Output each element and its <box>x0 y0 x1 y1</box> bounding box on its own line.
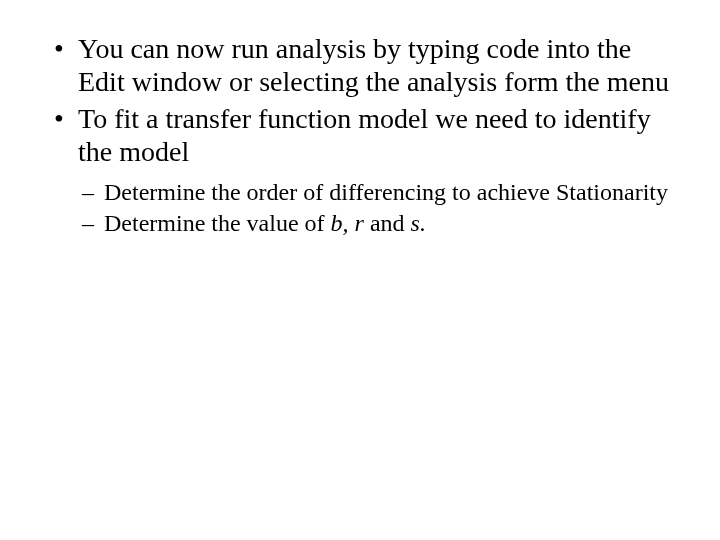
list-item: You can now run analysis by typing code … <box>78 32 670 98</box>
variable: s. <box>411 210 426 236</box>
slide-body: You can now run analysis by typing code … <box>0 0 720 238</box>
bullet-text-part: and <box>364 210 411 236</box>
bullet-text: Determine the order of differencing to a… <box>104 179 668 205</box>
bullet-list-level2: Determine the order of differencing to a… <box>78 178 670 238</box>
list-item: Determine the order of differencing to a… <box>104 178 670 207</box>
list-item: To fit a transfer function model we need… <box>78 102 670 238</box>
bullet-list-level1: You can now run analysis by typing code … <box>50 32 670 238</box>
variable: b, r <box>331 210 364 236</box>
bullet-text-part: Determine the value of <box>104 210 331 236</box>
list-item: Determine the value of b, r and s. <box>104 209 670 238</box>
bullet-text: You can now run analysis by typing code … <box>78 33 669 97</box>
bullet-text: To fit a transfer function model we need… <box>78 103 651 167</box>
